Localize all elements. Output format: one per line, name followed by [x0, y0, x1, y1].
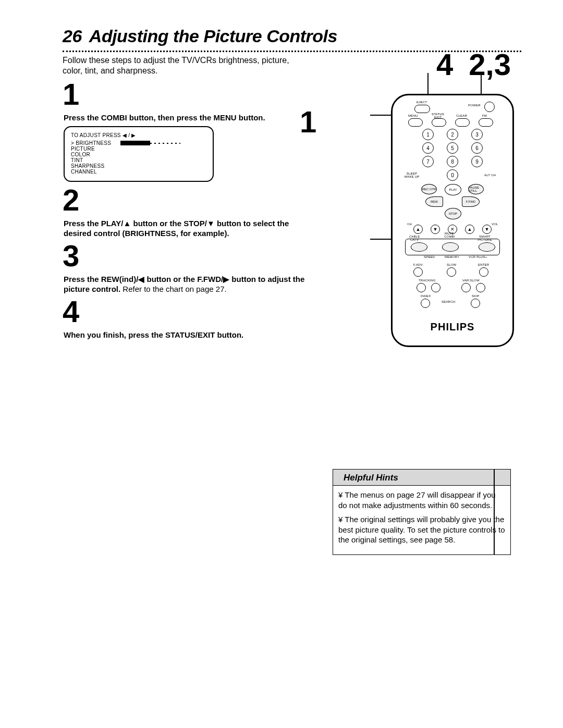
hints-title: Helpful Hints — [333, 470, 510, 486]
index-button — [421, 299, 430, 308]
page-heading: Adjusting the Picture Controls — [89, 26, 337, 46]
cable-label: CABLE CATV — [408, 235, 421, 241]
smart-label: SMART PICTURE — [475, 235, 494, 241]
search-label: SEARCH — [442, 300, 455, 303]
num-9: 9 — [471, 156, 483, 167]
fadv-button — [413, 267, 423, 277]
osd-item: SHARPNESS — [71, 163, 120, 169]
rew-button: REW — [425, 196, 443, 207]
num-2: 2 — [447, 129, 458, 140]
num-1: 1 — [422, 129, 434, 140]
speed-label: SPEED — [424, 255, 435, 258]
smart-button — [479, 242, 495, 252]
callout-4: 4 — [436, 47, 453, 81]
step4-text: When you finish, press the STATUS/EXIT b… — [64, 330, 313, 340]
step1-text: Press the COMBI button, then press the M… — [64, 113, 313, 123]
sleep-label: SLEEP WAKE UP — [403, 172, 421, 178]
combi-button — [442, 242, 459, 252]
step3-normal: Refer to the chart on page 27. — [123, 285, 226, 293]
skip-button — [471, 299, 480, 308]
arrow-up-icon: ▲ — [413, 225, 423, 234]
arrow-up-icon: ▲ — [465, 225, 474, 234]
vol-label: VOL — [492, 223, 498, 226]
step2-num: 2 — [63, 185, 313, 215]
callout-1: 1 — [300, 104, 316, 139]
num-0: 0 — [447, 169, 458, 181]
rec-button: REC OTR — [421, 184, 437, 194]
hints-body: ¥ The menus on page 27 will disappear if… — [333, 486, 510, 554]
index-label: INDEX — [421, 294, 431, 298]
osd-item: COLOR — [71, 152, 120, 157]
enter-label: ENTER — [478, 263, 489, 266]
step1-num: 1 — [63, 79, 313, 109]
varslow-label: VAR.SLOW — [462, 279, 480, 282]
hints-side-rule — [494, 470, 495, 554]
combi-label: COMBI — [444, 235, 455, 238]
varslow-down — [461, 283, 471, 292]
steps: 1 Press the COMBI button, then press the… — [63, 79, 313, 340]
memory-label: MEMORY — [445, 255, 459, 258]
osd-item: > BRIGHTNESS — [71, 140, 120, 146]
intro-text: Follow these steps to adjust the TV/VCRs… — [63, 55, 308, 76]
skip-label: SKIP — [472, 294, 479, 298]
varslow-up — [476, 283, 485, 292]
status-exit-button — [432, 118, 446, 127]
osd-item: CHANNEL — [71, 169, 120, 175]
num-4: 4 — [422, 142, 434, 154]
helpful-hints-box: Helpful Hints ¥ The menus on page 27 wil… — [333, 469, 511, 555]
fm-button — [479, 118, 493, 127]
tracking-up — [431, 283, 440, 292]
eject-button — [414, 105, 430, 113]
slow-button — [447, 267, 456, 277]
osd-title: TO ADJUST PRESS ◀ / ▶ — [71, 132, 206, 138]
transport-cluster: REC OTR PLAY PAUSE STILL REW F.FWD STOP — [421, 184, 484, 220]
arrow-down-icon: ▼ — [482, 225, 492, 234]
arrow-down-icon: ▼ — [431, 225, 440, 234]
mute-button: ✕ — [448, 225, 457, 234]
step4-num: 4 — [63, 297, 313, 327]
ffwd-button: F.FWD — [462, 196, 480, 207]
tracking-down — [417, 283, 426, 292]
step3-num: 3 — [63, 241, 313, 271]
hint-item: ¥ The menus on page 27 will disappear if… — [338, 490, 505, 510]
enter-button — [479, 267, 488, 277]
stop-button: STOP — [445, 208, 461, 219]
remote-body: EJECT POWER MENU STATUS EXIT CLEAR FM 1 … — [391, 94, 514, 347]
num-8: 8 — [447, 156, 458, 167]
menu-button — [408, 118, 423, 127]
eject-label: EJECT — [417, 101, 427, 104]
page-number: 26 — [63, 26, 82, 46]
tracking-label: TRACKING — [419, 279, 436, 282]
num-7: 7 — [422, 156, 434, 167]
vcrplus-label: VCR PLUS+ — [469, 255, 487, 258]
osd-item: TINT — [71, 157, 120, 163]
callout-23: 2,3 — [469, 47, 511, 81]
osd-menu: TO ADJUST PRESS ◀ / ▶ > BRIGHTNESS PICTU… — [64, 126, 214, 182]
step3-text: Press the REW(ind)/◀ button or the F.FWD… — [64, 274, 313, 294]
cable-button — [411, 242, 427, 252]
step-callouts-top: 42,3 — [436, 47, 511, 82]
brand-logo: PHILIPS — [393, 321, 512, 333]
play-button: PLAY — [445, 184, 461, 195]
num-6: 6 — [471, 142, 483, 154]
pause-button: PAUSE STILL — [468, 184, 484, 194]
mode-row: CABLE CATV COMBI SMART PICTURE — [405, 239, 500, 255]
hint-item: ¥ The original settings will probably gi… — [338, 514, 505, 545]
remote-illustration: EJECT POWER MENU STATUS EXIT CLEAR FM 1 … — [391, 94, 511, 347]
fm-label: FM — [482, 114, 487, 117]
ch-label: CH — [407, 223, 412, 226]
number-pad: 1 2 3 4 5 6 7 8 9 0 — [419, 129, 486, 182]
num-3: 3 — [471, 129, 483, 140]
power-button — [484, 102, 495, 112]
slow-label: SLOW — [447, 263, 456, 266]
power-label: POWER — [468, 104, 481, 107]
clear-label: CLEAR — [456, 114, 467, 117]
num-5: 5 — [447, 142, 458, 154]
fadv-label: F.ADV — [413, 263, 423, 266]
step2-text: Press the PLAY/▲ button or the STOP/▼ bu… — [64, 218, 313, 239]
osd-bar-brightness — [120, 141, 180, 145]
osd-item: PICTURE — [71, 146, 120, 152]
menu-label: MENU — [408, 114, 418, 117]
altch-label: ALT CH — [484, 174, 496, 177]
clear-button — [455, 118, 470, 127]
